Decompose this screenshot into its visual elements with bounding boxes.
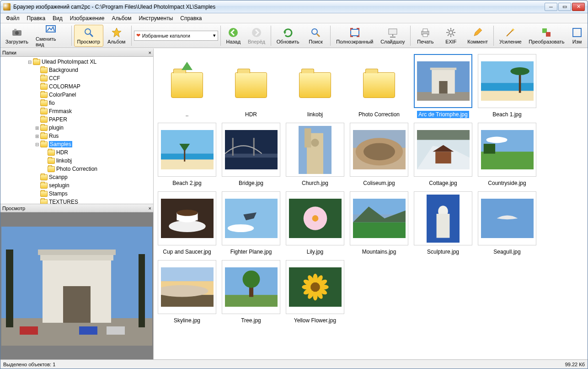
image-thumb[interactable]: Yellow Flower.jpg xyxy=(285,260,345,324)
window-title: Браузер изображений cam2pc - C:\Program … xyxy=(13,4,545,10)
image-thumb[interactable]: Cottage.jpg xyxy=(413,123,473,187)
tree-node[interactable]: Scanpp xyxy=(0,173,153,181)
svg-rect-66 xyxy=(417,130,470,140)
image-thumb[interactable]: Countryside.jpg xyxy=(477,123,537,187)
image-thumb[interactable]: Bridge.jpg xyxy=(221,123,281,187)
thumb-label: Bridge.jpg xyxy=(237,179,265,187)
tree-node[interactable]: Stamps xyxy=(0,190,153,198)
menu-item[interactable]: Инструменты xyxy=(135,14,176,23)
comment-button[interactable]: Коммент xyxy=(464,25,491,47)
image-thumb[interactable]: Sculpture.jpg xyxy=(413,191,473,255)
tree-node[interactable]: ColorPanel xyxy=(0,91,153,99)
thumbnail-image xyxy=(289,199,342,238)
tree-node[interactable]: ⊞Rus xyxy=(0,132,153,140)
menu-item[interactable]: Изображение xyxy=(66,14,108,23)
image-thumb[interactable]: Lily.jpg xyxy=(285,191,345,255)
preview-body xyxy=(0,212,153,359)
print-button[interactable]: Печать xyxy=(413,25,438,47)
folder-icon xyxy=(40,117,48,123)
image-thumb[interactable]: Beach 2.jpg xyxy=(157,123,217,187)
thumb-label: Photo Correction xyxy=(357,111,401,118)
forward-button[interactable]: Вперёд xyxy=(245,25,268,47)
image-thumb[interactable]: Coliseum.jpg xyxy=(349,123,409,187)
menu-item[interactable]: Справка xyxy=(176,14,205,23)
maximize-button[interactable]: ▭ xyxy=(558,3,571,11)
titlebar: Браузер изображений cam2pc - C:\Program … xyxy=(0,0,588,13)
back-button[interactable]: Назад xyxy=(223,25,244,47)
folder-tree[interactable]: ⊟Ulead PhotoImpact XLBackgroundCCFCOLORM… xyxy=(0,57,153,204)
tree-node-label: Rus xyxy=(49,133,59,139)
thumb-box xyxy=(158,191,216,245)
menu-item[interactable]: Файл xyxy=(2,14,23,23)
thumbnail-area[interactable]: ..HDRlinkobjPhoto CorrectionArc de Triom… xyxy=(154,49,588,359)
slideshow-button[interactable]: Слайдшоу xyxy=(377,25,408,47)
tree-node[interactable]: fio xyxy=(0,99,153,107)
folder-icon xyxy=(40,67,48,73)
tree-node[interactable]: HDR xyxy=(0,148,153,157)
tree-node-label: Frmmask xyxy=(49,108,72,114)
forward-arrow-icon xyxy=(251,27,262,38)
image-thumb[interactable]: Arc de Triomphe.jpg xyxy=(413,54,473,118)
close-button[interactable]: ✕ xyxy=(572,3,585,11)
tree-node[interactable]: linkobj xyxy=(0,157,153,165)
tree-node[interactable]: Photo Correction xyxy=(0,165,153,173)
thumb-box xyxy=(222,123,280,177)
menu-item[interactable]: Альбом xyxy=(108,14,135,23)
favorites-combo[interactable]: ❤ Избранные каталоги ▾ xyxy=(134,31,218,41)
menu-item[interactable]: Правка xyxy=(23,14,49,23)
collapse-icon[interactable]: ⊟ xyxy=(27,60,32,65)
tree-node[interactable]: Background xyxy=(0,66,153,74)
tree-node[interactable]: PAPER xyxy=(0,115,153,124)
folder-icon xyxy=(40,100,48,106)
refresh-button[interactable]: Обновить xyxy=(273,25,303,47)
thumbnail-image xyxy=(161,199,214,238)
search-button[interactable]: Поиск xyxy=(303,25,328,47)
main-area: Папки × ⊟Ulead PhotoImpact XLBackgroundC… xyxy=(0,48,588,359)
folder-thumb[interactable]: linkobj xyxy=(285,54,345,118)
load-button[interactable]: Загрузить xyxy=(2,25,32,47)
tree-node[interactable]: seplugin xyxy=(0,181,153,190)
tree-node[interactable]: CCF xyxy=(0,74,153,82)
tree-node[interactable]: ⊞plugin xyxy=(0,124,153,132)
tree-node[interactable]: ⊟Samples xyxy=(0,140,153,148)
view-icon xyxy=(45,24,56,35)
image-thumb[interactable]: Cup and Saucer.jpg xyxy=(157,191,217,255)
change-view-button[interactable]: Сменить вид xyxy=(32,25,69,47)
image-thumb[interactable]: Mountains.jpg xyxy=(349,191,409,255)
expand-icon[interactable]: ⊞ xyxy=(34,134,39,139)
folder-icon xyxy=(40,174,48,180)
image-thumb[interactable]: Tree.jpg xyxy=(221,260,281,324)
toolbar-separator xyxy=(131,26,132,46)
tree-node-label: Ulead PhotoImpact XL xyxy=(42,59,96,65)
resize-button[interactable]: Изм xyxy=(568,25,586,47)
folder-thumb[interactable]: .. xyxy=(157,54,217,118)
fullscreen-icon xyxy=(349,27,360,38)
expand-icon[interactable]: ⊞ xyxy=(34,125,39,130)
transform-button[interactable]: Преобразовать xyxy=(526,25,568,47)
close-icon[interactable]: × xyxy=(149,50,151,55)
enhance-button[interactable]: Усиление xyxy=(496,25,525,47)
fullscreen-button[interactable]: Полноэкранный xyxy=(333,25,376,47)
image-thumb[interactable]: Beach 1.jpg xyxy=(477,54,537,118)
image-thumb[interactable]: Skyline.jpg xyxy=(157,260,217,324)
tree-node[interactable]: COLORMAP xyxy=(0,82,153,91)
exif-button[interactable]: EXIF xyxy=(438,25,463,47)
minimize-button[interactable]: ─ xyxy=(545,3,557,11)
folder-icon xyxy=(40,199,48,204)
image-thumb[interactable]: Seagull.jpg xyxy=(477,191,537,255)
folder-icon xyxy=(363,72,395,98)
tree-node[interactable]: TEXTURES xyxy=(0,198,153,204)
album-button[interactable]: Альбом xyxy=(104,25,129,47)
svg-marker-6 xyxy=(112,28,121,37)
folder-thumb[interactable]: HDR xyxy=(221,54,281,118)
tree-node[interactable]: Frmmask xyxy=(0,107,153,115)
image-thumb[interactable]: Church.jpg xyxy=(285,123,345,187)
image-thumb[interactable]: Fighter Plane.jpg xyxy=(221,191,281,255)
collapse-icon[interactable]: ⊟ xyxy=(34,142,39,147)
folder-thumb[interactable]: Photo Correction xyxy=(349,54,409,118)
tree-node[interactable]: ⊟Ulead PhotoImpact XL xyxy=(0,58,153,66)
menu-item[interactable]: Вид xyxy=(49,14,66,23)
close-icon[interactable]: × xyxy=(149,206,151,211)
preview-image[interactable] xyxy=(1,227,152,346)
preview-button[interactable]: Просмотр xyxy=(74,25,103,47)
